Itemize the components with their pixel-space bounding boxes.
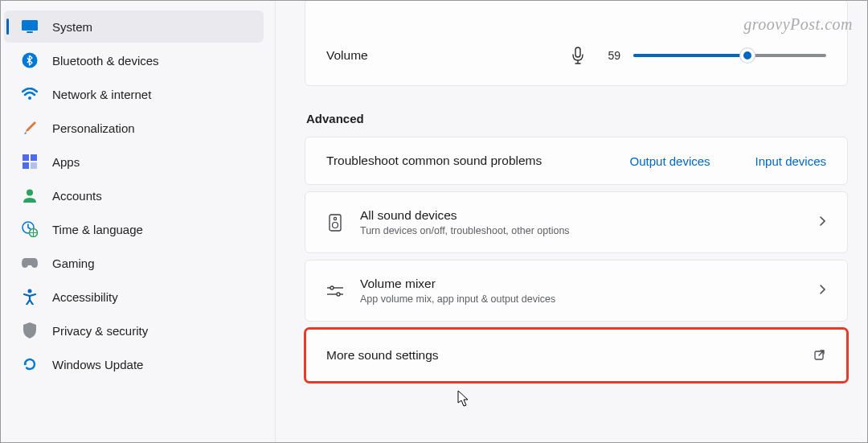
svg-rect-0 (22, 20, 38, 31)
svg-rect-6 (23, 162, 29, 169)
sidebar-item-privacy[interactable]: Privacy & security (4, 314, 264, 347)
sidebar-item-label: Gaming (52, 256, 95, 270)
sidebar-item-bluetooth[interactable]: Bluetooth & devices (4, 44, 264, 76)
brush-icon (22, 120, 38, 136)
svg-point-3 (28, 96, 31, 100)
settings-main: Volume 59 Advanced Troubleshoot common s… (276, 1, 867, 442)
more-sound-settings-title: More sound settings (326, 348, 796, 363)
output-devices-link[interactable]: Output devices (630, 154, 710, 168)
volume-mixer-title: Volume mixer (360, 277, 803, 291)
chevron-right-icon (819, 284, 826, 298)
update-icon (22, 356, 38, 372)
svg-point-17 (330, 286, 334, 289)
svg-point-8 (27, 190, 33, 196)
sidebar-item-personalization[interactable]: Personalization (4, 112, 264, 144)
troubleshoot-title: Troubleshoot common sound problems (326, 154, 585, 168)
svg-point-14 (334, 217, 336, 219)
svg-rect-1 (27, 31, 33, 33)
sidebar-item-label: Time & language (52, 223, 143, 236)
sidebar-item-system[interactable]: System (4, 10, 264, 43)
sidebar-item-label: Accounts (52, 189, 102, 203)
system-icon (22, 18, 38, 35)
chevron-right-icon (819, 215, 826, 230)
svg-point-11 (28, 289, 32, 293)
sidebar-item-label: Network & internet (52, 88, 151, 101)
sidebar-item-time-language[interactable]: Time & language (4, 213, 264, 245)
gamepad-icon (22, 255, 38, 271)
svg-rect-5 (31, 154, 37, 161)
sidebar-item-label: Apps (52, 155, 80, 169)
microphone-icon[interactable] (569, 47, 587, 64)
volume-card: Volume 59 (305, 1, 848, 86)
all-sound-devices-title: All sound devices (360, 208, 803, 223)
person-icon (22, 187, 38, 203)
accessibility-icon (22, 289, 38, 305)
sidebar-item-gaming[interactable]: Gaming (4, 247, 264, 279)
sidebar-item-label: System (52, 20, 92, 34)
input-devices-link[interactable]: Input devices (755, 154, 826, 168)
sidebar-item-label: Accessibility (52, 290, 118, 304)
svg-rect-12 (575, 47, 580, 57)
advanced-heading: Advanced (306, 112, 848, 125)
sidebar-item-accounts[interactable]: Accounts (4, 179, 264, 211)
mixer-icon (326, 285, 344, 297)
svg-point-19 (337, 293, 340, 296)
bluetooth-icon (22, 52, 38, 68)
shield-icon (22, 322, 38, 338)
open-external-icon (812, 348, 826, 363)
sidebar-item-label: Windows Update (52, 358, 143, 371)
svg-rect-7 (31, 162, 37, 169)
sidebar-item-accessibility[interactable]: Accessibility (4, 281, 264, 313)
volume-mixer-row[interactable]: Volume mixer App volume mix, app input &… (305, 260, 848, 322)
sidebar-item-label: Bluetooth & devices (52, 54, 159, 68)
settings-sidebar: System Bluetooth & devices Network & int… (1, 1, 276, 442)
sidebar-item-network[interactable]: Network & internet (4, 78, 264, 110)
sidebar-item-windows-update[interactable]: Windows Update (4, 348, 264, 380)
all-sound-devices-sub: Turn devices on/off, troubleshoot, other… (360, 225, 803, 236)
sidebar-item-label: Personalization (52, 121, 135, 135)
apps-icon (22, 154, 38, 170)
troubleshoot-card: Troubleshoot common sound problems Outpu… (305, 137, 848, 185)
volume-slider[interactable] (633, 47, 826, 64)
sidebar-item-label: Privacy & security (52, 324, 148, 338)
more-sound-settings-row[interactable]: More sound settings (305, 328, 848, 383)
clock-globe-icon (22, 221, 38, 237)
speaker-device-icon (326, 214, 344, 232)
svg-point-15 (333, 222, 338, 228)
all-sound-devices-row[interactable]: All sound devices Turn devices on/off, t… (305, 191, 848, 253)
wifi-icon (22, 86, 38, 102)
svg-rect-4 (23, 154, 29, 161)
sidebar-item-apps[interactable]: Apps (4, 146, 264, 178)
volume-mixer-sub: App volume mix, app input & output devic… (360, 293, 803, 305)
volume-label: Volume (326, 48, 423, 63)
volume-value: 59 (600, 49, 620, 62)
